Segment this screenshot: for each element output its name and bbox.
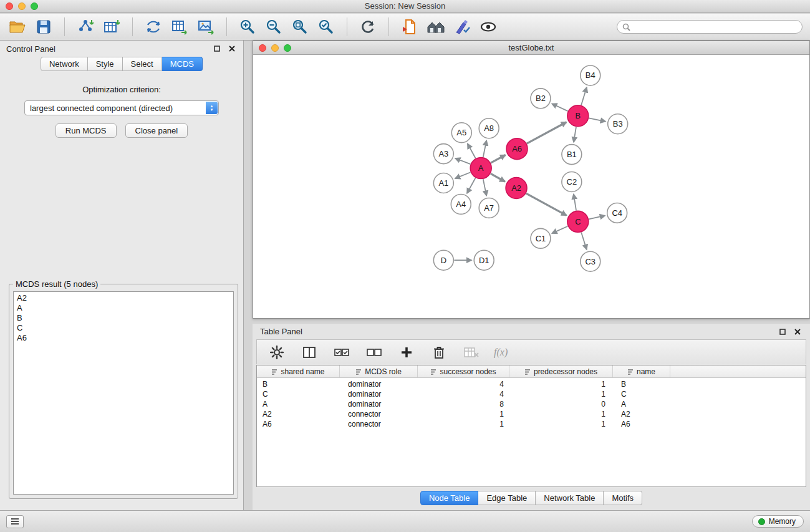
graph-edge-C-C4[interactable] <box>589 216 605 220</box>
column-header-name[interactable]: name <box>613 365 670 377</box>
table-cell[interactable]: A6 <box>613 420 670 428</box>
zoom-out-icon[interactable] <box>264 17 284 37</box>
table-settings-icon[interactable] <box>267 342 287 362</box>
graph-edge-B-B1[interactable] <box>574 127 576 142</box>
table-cell[interactable]: B <box>613 380 670 389</box>
export-image-icon[interactable] <box>196 17 216 37</box>
table-cell[interactable]: 0 <box>509 400 613 409</box>
graph-edge-A-A1[interactable] <box>455 172 471 178</box>
delete-table-icon[interactable] <box>461 342 481 362</box>
table-row[interactable]: A2connector11A2 <box>257 409 806 419</box>
graph-edge-B-B2[interactable] <box>552 104 568 111</box>
network-graph[interactable]: B4B2BB3B1A5A8A6A3AA1A2A4A7C2C1CC4C3DD1 <box>253 55 809 318</box>
minimize-window-button[interactable] <box>18 2 26 10</box>
close-table-panel-icon[interactable] <box>793 327 803 337</box>
graph-edge-A-A8[interactable] <box>483 140 486 157</box>
import-network-icon[interactable] <box>75 17 95 37</box>
open-session-icon[interactable] <box>7 17 27 37</box>
mcds-result-item[interactable]: B <box>17 313 230 323</box>
network-minimize-button[interactable] <box>271 44 279 52</box>
graph-edge-A6-B[interactable] <box>527 122 567 143</box>
float-panel-icon[interactable] <box>212 44 222 54</box>
graph-edge-A-A5[interactable] <box>468 143 476 158</box>
network-zoom-button[interactable] <box>284 44 291 52</box>
show-hide-icon[interactable] <box>478 17 498 37</box>
mcds-result-list[interactable]: A2ABCA6 <box>13 291 234 495</box>
select-all-columns-icon[interactable] <box>332 342 352 362</box>
table-row[interactable]: Bdominator41B <box>257 379 806 389</box>
run-mcds-button[interactable]: Run MCDS <box>55 123 117 138</box>
column-header-predecessor-nodes[interactable]: predecessor nodes <box>509 365 613 377</box>
tab-mcds[interactable]: MCDS <box>162 57 203 71</box>
mcds-result-item[interactable]: A2 <box>17 293 230 303</box>
graph-edge-A-A3[interactable] <box>455 158 470 164</box>
table-row[interactable]: Adominator80A <box>257 399 806 409</box>
zoom-selected-icon[interactable] <box>316 17 336 37</box>
export-document-icon[interactable] <box>400 17 420 37</box>
table-cell[interactable]: B <box>257 380 340 389</box>
table-row[interactable]: A6connector11A6 <box>257 419 806 429</box>
overview-icon[interactable] <box>426 17 446 37</box>
tab-style[interactable]: Style <box>88 57 123 71</box>
graph-edge-B-B3[interactable] <box>589 118 605 121</box>
import-table-icon[interactable] <box>102 17 122 37</box>
table-cell[interactable]: connector <box>340 420 418 428</box>
graph-edge-C-C2[interactable] <box>574 194 576 210</box>
graph-edge-A-A4[interactable] <box>467 178 476 193</box>
table-cell[interactable]: dominator <box>340 380 418 389</box>
graph-edge-A-A2[interactable] <box>491 173 505 181</box>
graph-edge-C-C1[interactable] <box>552 226 567 233</box>
table-cell[interactable]: 4 <box>418 380 509 389</box>
table-cell[interactable]: 1 <box>509 390 613 399</box>
save-session-icon[interactable] <box>34 17 54 37</box>
zoom-fit-icon[interactable] <box>290 17 310 37</box>
export-table-icon[interactable] <box>170 17 190 37</box>
table-cell[interactable]: 4 <box>418 390 509 399</box>
unselect-all-columns-icon[interactable] <box>364 342 384 362</box>
close-window-button[interactable] <box>6 2 13 10</box>
show-panels-button[interactable] <box>6 515 24 528</box>
tab-node-table[interactable]: Node Table <box>420 491 479 505</box>
search-input[interactable] <box>634 22 797 32</box>
export-network-icon[interactable] <box>143 17 163 37</box>
table-cell[interactable]: dominator <box>340 390 418 399</box>
float-table-panel-icon[interactable] <box>778 327 788 337</box>
table-row[interactable]: Cdominator41C <box>257 389 806 399</box>
create-column-icon[interactable] <box>397 342 417 362</box>
show-columns-icon[interactable] <box>299 342 319 362</box>
mcds-result-item[interactable]: A <box>17 303 230 313</box>
table-cell[interactable]: 1 <box>418 410 509 418</box>
tab-edge-table[interactable]: Edge Table <box>478 491 536 505</box>
table-cell[interactable]: 8 <box>418 400 509 409</box>
table-cell[interactable]: C <box>257 390 340 399</box>
table-cell[interactable]: dominator <box>340 400 418 409</box>
network-close-button[interactable] <box>259 44 266 52</box>
table-cell[interactable]: 1 <box>418 420 509 428</box>
mcds-result-item[interactable]: C <box>17 323 230 333</box>
tab-select[interactable]: Select <box>123 57 162 71</box>
zoom-in-icon[interactable] <box>238 17 258 37</box>
mcds-result-item[interactable]: A6 <box>17 333 230 343</box>
tab-motifs[interactable]: Motifs <box>604 491 642 505</box>
close-panel-icon[interactable] <box>227 44 237 54</box>
table-cell[interactable]: 1 <box>509 420 613 428</box>
graph-edge-A-A7[interactable] <box>483 179 486 196</box>
graph-edge-C-C3[interactable] <box>581 233 587 250</box>
criterion-dropdown[interactable]: largest connected component (directed) ▲… <box>24 100 219 115</box>
function-builder-icon[interactable]: f(x) <box>494 347 508 358</box>
table-cell[interactable]: A2 <box>257 410 340 418</box>
graph-edge-A2-C[interactable] <box>526 193 567 215</box>
table-cell[interactable]: A <box>613 400 670 409</box>
tab-network-table[interactable]: Network Table <box>536 491 604 505</box>
close-panel-button[interactable]: Close panel <box>125 123 188 138</box>
table-cell[interactable]: C <box>613 390 670 399</box>
memory-button[interactable]: Memory <box>752 515 804 528</box>
column-header-mcds-role[interactable]: MCDS role <box>340 365 418 377</box>
table-cell[interactable]: 1 <box>509 380 613 389</box>
table-cell[interactable]: 1 <box>509 410 613 418</box>
zoom-window-button[interactable] <box>31 2 38 10</box>
column-header-successor-nodes[interactable]: successor nodes <box>418 365 509 377</box>
delete-column-icon[interactable] <box>429 342 449 362</box>
search-field[interactable] <box>617 20 803 34</box>
column-header-shared-name[interactable]: shared name <box>257 365 340 377</box>
